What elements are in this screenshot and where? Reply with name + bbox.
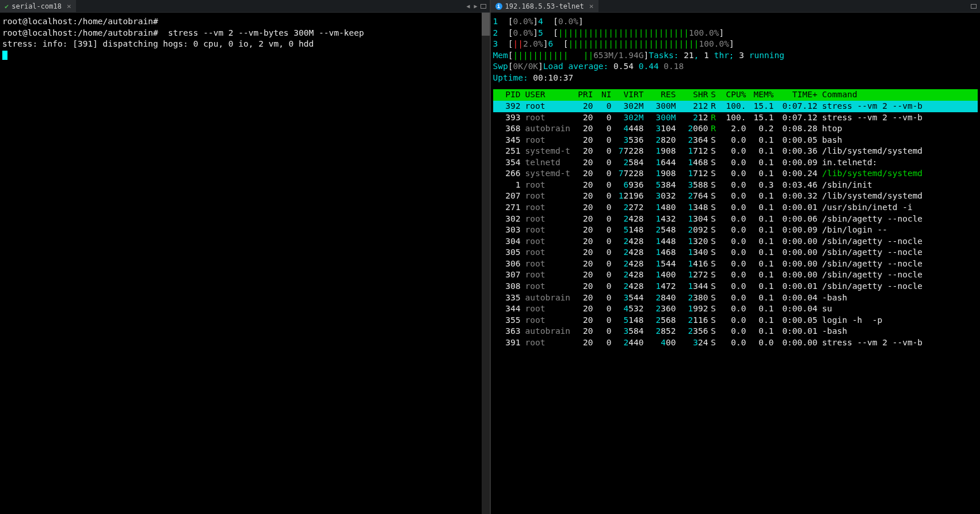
process-row[interactable]: 266systemd-t2007722819081712S0.00.10:00.…: [493, 168, 978, 180]
process-row[interactable]: 345root200353628202364S0.00.10:00.05bash: [493, 135, 978, 146]
process-row[interactable]: 308root200242814721344S0.00.10:00.01/sbi…: [493, 281, 978, 292]
right-tab-bar: i 192.168.5.53-telnet ×: [491, 0, 981, 13]
process-row[interactable]: 251systemd-t2007722819081712S0.00.10:00.…: [493, 146, 978, 157]
process-row[interactable]: 335autobrain200354428402380S0.00.10:00.0…: [493, 292, 978, 304]
right-pane: i 192.168.5.53-telnet × 1 [ 0.0%] 4 [ 0.…: [491, 0, 981, 514]
process-row[interactable]: 271root200227214801348S0.00.10:00.01/usr…: [493, 202, 978, 214]
arrow-right-icon[interactable]: ▶: [474, 3, 477, 9]
process-row[interactable]: 354telnetd200258416441468S0.00.10:00.09i…: [493, 157, 978, 169]
swp-row: Swp[ 0K/0K] Load average: 0.54 0.44 0.18: [493, 61, 978, 73]
scroll-thumb[interactable]: [482, 13, 490, 36]
left-tab-bar: ✔ serial-com18 × ◀ ▶: [0, 0, 490, 13]
split-container: ✔ serial-com18 × ◀ ▶ root@localhost:/hom…: [0, 0, 980, 514]
process-row[interactable]: 207root2001219630322764S0.00.10:00.32/li…: [493, 191, 978, 202]
output-line-1: stress: info: [391] dispatching hogs: 0 …: [2, 39, 314, 48]
tab-controls: ◀ ▶: [465, 3, 489, 9]
process-row[interactable]: 302root200242814321304S0.00.10:00.06/sbi…: [493, 214, 978, 225]
mem-row: Mem[||||||||||| || 653M/1.94G] Tasks: 21…: [493, 50, 978, 62]
process-row[interactable]: 306root200242815441416S0.00.10:00.00/sbi…: [493, 258, 978, 270]
close-icon[interactable]: ×: [589, 2, 594, 10]
process-row[interactable]: 304root200242814481320S0.00.10:00.00/sbi…: [493, 236, 978, 248]
cpu-row: 3 [|| 2.0%] 6 [|||||||||||||||||||||||||…: [493, 39, 978, 50]
maximize-icon[interactable]: [971, 4, 977, 9]
process-row[interactable]: 307root200242814001272S0.00.10:00.00/sbi…: [493, 269, 978, 281]
tab-controls: [971, 4, 980, 9]
cpu-row: 2 [ 0.0%] 5 [||||||||||||||||||||||||||1…: [493, 28, 978, 39]
cpu-row: 1 [ 0.0%] 4 [ 0.0%]: [493, 16, 978, 28]
arrow-left-icon[interactable]: ◀: [466, 3, 470, 9]
process-row[interactable]: 1root200693653843588S0.00.30:03.46/sbin/…: [493, 180, 978, 191]
uptime-row: Uptime: 00:10:37: [493, 73, 978, 84]
close-icon[interactable]: ×: [67, 2, 71, 10]
process-row[interactable]: 355root200514825682116S0.00.10:00.05logi…: [493, 315, 978, 326]
prompt-line-1: root@localhost:/home/autobrain#: [2, 17, 158, 26]
process-row[interactable]: 344root200453223601992S0.00.10:00.04su: [493, 303, 978, 315]
process-row[interactable]: 303root200514825482092S0.00.10:00.09/bin…: [493, 224, 978, 236]
process-row[interactable]: 368autobrain200444831042060R2.00.20:08.2…: [493, 123, 978, 135]
maximize-icon[interactable]: [481, 4, 486, 9]
right-terminal[interactable]: 1 [ 0.0%] 4 [ 0.0%] 2 [ 0.0%] 5 [|||||||…: [491, 13, 981, 514]
process-row[interactable]: 391root2002440400324S0.00.00:00.00stress…: [493, 337, 978, 349]
tab-telnet[interactable]: i 192.168.5.53-telnet ×: [491, 0, 598, 12]
left-scrollbar[interactable]: [482, 13, 490, 514]
left-pane: ✔ serial-com18 × ◀ ▶ root@localhost:/hom…: [0, 0, 491, 514]
process-row[interactable]: 393root200302M300M212R100.15.10:07.12str…: [493, 112, 978, 124]
process-row[interactable]: 305root200242814681340S0.00.10:00.00/sbi…: [493, 247, 978, 258]
left-terminal[interactable]: root@localhost:/home/autobrain# root@loc…: [0, 13, 490, 514]
process-header[interactable]: PIDUSERPRINIVIRTRESSHRSCPU%MEM%TIME+Comm…: [493, 89, 978, 101]
tab-title: 192.168.5.53-telnet: [505, 2, 584, 10]
check-icon: ✔: [5, 2, 9, 10]
cursor: [2, 51, 7, 60]
tab-serial-com18[interactable]: ✔ serial-com18 ×: [0, 0, 76, 12]
process-row[interactable]: 392root200302M300M212R100.15.10:07.12str…: [493, 101, 978, 112]
process-row[interactable]: 363autobrain200358428522356S0.00.10:00.0…: [493, 326, 978, 337]
prompt-line-2: root@localhost:/home/autobrain# stress -…: [2, 28, 364, 37]
tab-title: serial-com18: [12, 2, 62, 10]
info-icon: i: [495, 3, 502, 10]
